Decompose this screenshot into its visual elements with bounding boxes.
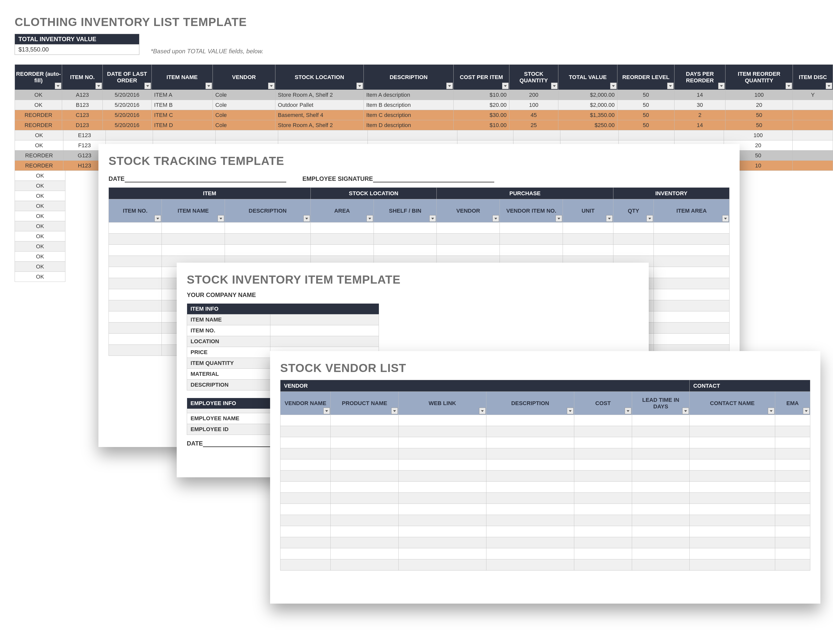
- tracking-row[interactable]: [109, 222, 730, 233]
- item-info-value[interactable]: [270, 336, 379, 347]
- tracking-date-label: DATE: [109, 175, 125, 182]
- filter-dropdown-icon[interactable]: [217, 215, 224, 222]
- tracking-sub-header: ITEM AREA: [654, 199, 730, 222]
- total-inventory-label: TOTAL INVENTORY VALUE: [15, 34, 139, 45]
- clothing-row[interactable]: OK: [15, 242, 65, 251]
- vendor-row[interactable]: [280, 481, 810, 493]
- item-info-value[interactable]: [270, 325, 379, 336]
- filter-dropdown-icon[interactable]: [551, 82, 558, 89]
- tracking-top-header: ITEM: [109, 188, 311, 199]
- item-info-row: ITEM NO.: [187, 325, 379, 336]
- clothing-grid: REORDER (auto-fill)ITEM NO.DATE OF LAST …: [14, 64, 833, 130]
- filter-dropdown-icon[interactable]: [646, 215, 653, 222]
- clothing-row[interactable]: OK: [15, 191, 65, 201]
- filter-dropdown-icon[interactable]: [446, 82, 453, 89]
- clothing-row[interactable]: OKB1235/20/2016ITEM BColeOutdoor PalletI…: [15, 100, 833, 110]
- filter-dropdown-icon[interactable]: [667, 82, 674, 89]
- filter-dropdown-icon[interactable]: [606, 215, 613, 222]
- tracking-sub-header: ITEM NAME: [162, 199, 225, 222]
- tracking-sig-label: EMPLOYEE SIGNATURE: [302, 175, 373, 182]
- clothing-row[interactable]: OK: [15, 211, 65, 221]
- filter-dropdown-icon[interactable]: [718, 82, 725, 89]
- vendor-row[interactable]: [280, 559, 810, 570]
- clothing-row[interactable]: OK: [15, 171, 65, 181]
- filter-dropdown-icon[interactable]: [722, 215, 729, 222]
- total-inventory-note: *Based upon TOTAL VALUE fields, below.: [151, 48, 264, 55]
- filter-dropdown-icon[interactable]: [492, 215, 499, 222]
- vendor-top-header: CONTACT: [690, 380, 810, 392]
- page-title: CLOTHING INVENTORY LIST TEMPLATE: [14, 15, 833, 29]
- vendor-sub-header: LEAD TIME IN DAYS: [632, 392, 690, 415]
- clothing-row[interactable]: OKA1235/20/2016ITEM AColeStore Room A, S…: [15, 90, 833, 100]
- filter-dropdown-icon[interactable]: [610, 82, 617, 89]
- vendor-row[interactable]: [280, 470, 810, 481]
- clothing-row[interactable]: OK: [15, 262, 65, 272]
- filter-dropdown-icon[interactable]: [625, 407, 631, 414]
- stock-item-title: STOCK INVENTORY ITEM TEMPLATE: [187, 273, 649, 287]
- filter-dropdown-icon[interactable]: [95, 82, 102, 89]
- filter-dropdown-icon[interactable]: [145, 82, 151, 89]
- vendor-row[interactable]: [280, 493, 810, 504]
- clothing-header-cell: STOCK LOCATION: [275, 64, 363, 90]
- item-date-label: DATE: [187, 440, 203, 447]
- vendor-row[interactable]: [280, 448, 810, 459]
- company-name-label: YOUR COMPANY NAME: [187, 291, 638, 298]
- clothing-header-cell: STOCK QUANTITY: [509, 64, 558, 90]
- vendor-row[interactable]: [280, 526, 810, 537]
- filter-dropdown-icon[interactable]: [786, 82, 792, 89]
- tracking-sig-line[interactable]: [373, 175, 494, 182]
- tracking-row[interactable]: [109, 233, 730, 245]
- clothing-row[interactable]: OK: [15, 181, 65, 191]
- filter-dropdown-icon[interactable]: [803, 407, 809, 414]
- filter-dropdown-icon[interactable]: [826, 82, 832, 89]
- tracking-row[interactable]: [109, 245, 730, 256]
- filter-dropdown-icon[interactable]: [268, 82, 275, 89]
- total-inventory-value: $13,550.00: [15, 45, 139, 55]
- clothing-row[interactable]: OK: [15, 272, 65, 282]
- filter-dropdown-icon[interactable]: [304, 215, 310, 222]
- clothing-row[interactable]: OK: [15, 251, 65, 262]
- total-inventory-box: TOTAL INVENTORY VALUE $13,550.00: [14, 34, 139, 55]
- vendor-row[interactable]: [280, 537, 810, 548]
- clothing-header-cell: REORDER LEVEL: [618, 64, 674, 90]
- clothing-row[interactable]: OK: [15, 231, 65, 242]
- clothing-header-cell: TOTAL VALUE: [558, 64, 617, 90]
- tracking-sub-header: ITEM NO.: [109, 199, 162, 222]
- filter-dropdown-icon[interactable]: [682, 407, 689, 414]
- clothing-row[interactable]: OK: [15, 201, 65, 211]
- filter-dropdown-icon[interactable]: [356, 82, 363, 89]
- item-info-header: ITEM INFO: [187, 304, 379, 314]
- vendor-row[interactable]: [280, 548, 810, 559]
- filter-dropdown-icon[interactable]: [567, 407, 574, 414]
- clothing-row[interactable]: OKE123100: [15, 130, 833, 140]
- vendor-row[interactable]: [280, 415, 810, 426]
- filter-dropdown-icon[interactable]: [55, 82, 61, 89]
- clothing-header-cell: REORDER (auto-fill): [15, 64, 62, 90]
- clothing-header-cell: VENDOR: [213, 64, 275, 90]
- vendor-sub-header: EMA: [775, 392, 810, 415]
- filter-dropdown-icon[interactable]: [323, 407, 330, 414]
- clothing-row[interactable]: REORDERC1235/20/2016ITEM CColeBasement, …: [15, 110, 833, 120]
- tracking-sub-header: VENDOR: [437, 199, 500, 222]
- stock-vendor-title: STOCK VENDOR LIST: [280, 361, 820, 375]
- filter-dropdown-icon[interactable]: [429, 215, 436, 222]
- filter-dropdown-icon[interactable]: [502, 82, 509, 89]
- filter-dropdown-icon[interactable]: [206, 82, 212, 89]
- vendor-row[interactable]: [280, 437, 810, 448]
- tracking-sub-header: SHELF / BIN: [373, 199, 437, 222]
- clothing-row[interactable]: REORDERD1235/20/2016ITEM DColeStore Room…: [15, 120, 833, 130]
- filter-dropdown-icon[interactable]: [479, 407, 486, 414]
- vendor-row[interactable]: [280, 426, 810, 437]
- filter-dropdown-icon[interactable]: [768, 407, 774, 414]
- clothing-row[interactable]: OK: [15, 221, 65, 231]
- vendor-row[interactable]: [280, 504, 810, 515]
- vendor-row[interactable]: [280, 459, 810, 470]
- clothing-header-cell: ITEM NO.: [62, 64, 103, 90]
- filter-dropdown-icon[interactable]: [556, 215, 562, 222]
- vendor-row[interactable]: [280, 515, 810, 526]
- item-info-value[interactable]: [270, 314, 379, 325]
- filter-dropdown-icon[interactable]: [367, 215, 373, 222]
- filter-dropdown-icon[interactable]: [391, 407, 398, 414]
- filter-dropdown-icon[interactable]: [154, 215, 161, 222]
- tracking-date-line[interactable]: [125, 175, 286, 182]
